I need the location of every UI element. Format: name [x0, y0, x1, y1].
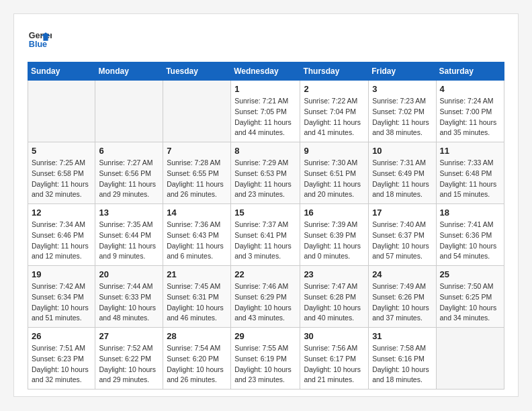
calendar-week-3: 12Sunrise: 7:34 AM Sunset: 6:46 PM Dayli… — [28, 204, 504, 266]
day-header-wednesday: Wednesday — [231, 62, 300, 81]
day-number: 4 — [440, 84, 500, 94]
day-info: Sunrise: 7:44 AM Sunset: 6:33 PM Dayligh… — [99, 281, 159, 324]
day-number: 6 — [99, 146, 159, 156]
day-info: Sunrise: 7:24 AM Sunset: 7:00 PM Dayligh… — [440, 96, 500, 138]
day-info: Sunrise: 7:23 AM Sunset: 7:02 PM Dayligh… — [372, 96, 432, 138]
day-header-friday: Friday — [369, 62, 436, 81]
day-number: 31 — [372, 331, 432, 341]
calendar-cell: 29Sunrise: 7:55 AM Sunset: 6:19 PM Dayli… — [231, 328, 300, 390]
day-info: Sunrise: 7:49 AM Sunset: 6:26 PM Dayligh… — [372, 281, 432, 324]
calendar-cell: 30Sunrise: 7:56 AM Sunset: 6:17 PM Dayli… — [300, 328, 369, 390]
day-info: Sunrise: 7:47 AM Sunset: 6:28 PM Dayligh… — [304, 281, 365, 324]
calendar-cell: 16Sunrise: 7:39 AM Sunset: 6:39 PM Dayli… — [300, 204, 369, 266]
day-info: Sunrise: 7:52 AM Sunset: 6:22 PM Dayligh… — [99, 343, 159, 385]
day-header-saturday: Saturday — [436, 62, 504, 81]
calendar-header-row: SundayMondayTuesdayWednesdayThursdayFrid… — [28, 62, 504, 81]
day-info: Sunrise: 7:42 AM Sunset: 6:34 PM Dayligh… — [32, 281, 91, 324]
calendar-cell: 6Sunrise: 7:27 AM Sunset: 6:56 PM Daylig… — [95, 142, 163, 204]
calendar-week-2: 5Sunrise: 7:25 AM Sunset: 6:58 PM Daylig… — [28, 142, 504, 204]
calendar-cell: 24Sunrise: 7:49 AM Sunset: 6:26 PM Dayli… — [369, 266, 436, 328]
day-number: 29 — [234, 331, 296, 341]
calendar-cell: 14Sunrise: 7:36 AM Sunset: 6:43 PM Dayli… — [163, 204, 231, 266]
calendar-cell: 10Sunrise: 7:31 AM Sunset: 6:49 PM Dayli… — [369, 142, 436, 204]
day-info: Sunrise: 7:40 AM Sunset: 6:37 PM Dayligh… — [372, 220, 432, 262]
calendar-cell: 13Sunrise: 7:35 AM Sunset: 6:44 PM Dayli… — [95, 204, 163, 266]
calendar-cell: 28Sunrise: 7:54 AM Sunset: 6:20 PM Dayli… — [163, 328, 231, 390]
calendar-cell — [95, 81, 163, 142]
calendar-week-1: 1Sunrise: 7:21 AM Sunset: 7:05 PM Daylig… — [28, 81, 504, 142]
day-info: Sunrise: 7:41 AM Sunset: 6:36 PM Dayligh… — [440, 220, 500, 262]
calendar-cell — [436, 328, 504, 390]
day-info: Sunrise: 7:31 AM Sunset: 6:49 PM Dayligh… — [372, 158, 432, 200]
day-number: 9 — [304, 146, 365, 156]
calendar-cell: 11Sunrise: 7:33 AM Sunset: 6:48 PM Dayli… — [436, 142, 504, 204]
day-info: Sunrise: 7:39 AM Sunset: 6:39 PM Dayligh… — [304, 220, 365, 262]
day-number: 30 — [304, 331, 365, 341]
day-number: 17 — [372, 208, 432, 218]
calendar-cell: 22Sunrise: 7:46 AM Sunset: 6:29 PM Dayli… — [231, 266, 300, 328]
day-number: 2 — [304, 84, 365, 94]
day-info: Sunrise: 7:54 AM Sunset: 6:20 PM Dayligh… — [167, 343, 227, 385]
day-info: Sunrise: 7:37 AM Sunset: 6:41 PM Dayligh… — [234, 220, 296, 262]
calendar-cell: 5Sunrise: 7:25 AM Sunset: 6:58 PM Daylig… — [28, 142, 95, 204]
calendar-cell: 9Sunrise: 7:30 AM Sunset: 6:51 PM Daylig… — [300, 142, 369, 204]
day-info: Sunrise: 7:34 AM Sunset: 6:46 PM Dayligh… — [32, 220, 91, 262]
logo-icon: General Blue — [28, 28, 52, 52]
day-number: 22 — [234, 269, 296, 279]
calendar-cell: 31Sunrise: 7:58 AM Sunset: 6:16 PM Dayli… — [369, 328, 436, 390]
day-number: 24 — [372, 269, 432, 279]
day-number: 27 — [99, 331, 159, 341]
logo: General Blue — [28, 28, 52, 52]
day-header-tuesday: Tuesday — [163, 62, 231, 81]
calendar-cell: 21Sunrise: 7:45 AM Sunset: 6:31 PM Dayli… — [163, 266, 231, 328]
day-info: Sunrise: 7:29 AM Sunset: 6:53 PM Dayligh… — [234, 158, 296, 200]
calendar-cell: 15Sunrise: 7:37 AM Sunset: 6:41 PM Dayli… — [231, 204, 300, 266]
day-number: 11 — [440, 146, 500, 156]
day-number: 5 — [32, 146, 91, 156]
day-number: 13 — [99, 208, 159, 218]
calendar-cell: 8Sunrise: 7:29 AM Sunset: 6:53 PM Daylig… — [231, 142, 300, 204]
day-info: Sunrise: 7:21 AM Sunset: 7:05 PM Dayligh… — [234, 96, 296, 138]
day-info: Sunrise: 7:50 AM Sunset: 6:25 PM Dayligh… — [440, 281, 500, 324]
calendar-cell: 19Sunrise: 7:42 AM Sunset: 6:34 PM Dayli… — [28, 266, 95, 328]
calendar-cell: 17Sunrise: 7:40 AM Sunset: 6:37 PM Dayli… — [369, 204, 436, 266]
day-number: 3 — [372, 84, 432, 94]
day-info: Sunrise: 7:30 AM Sunset: 6:51 PM Dayligh… — [304, 158, 365, 200]
calendar-cell — [163, 81, 231, 142]
day-number: 23 — [304, 269, 365, 279]
day-info: Sunrise: 7:45 AM Sunset: 6:31 PM Dayligh… — [167, 281, 227, 324]
day-info: Sunrise: 7:22 AM Sunset: 7:04 PM Dayligh… — [304, 96, 365, 138]
day-number: 16 — [304, 208, 365, 218]
calendar-cell: 1Sunrise: 7:21 AM Sunset: 7:05 PM Daylig… — [231, 81, 300, 142]
day-number: 26 — [32, 331, 91, 341]
calendar-cell: 18Sunrise: 7:41 AM Sunset: 6:36 PM Dayli… — [436, 204, 504, 266]
day-header-sunday: Sunday — [28, 62, 95, 81]
day-header-monday: Monday — [95, 62, 163, 81]
day-header-thursday: Thursday — [300, 62, 369, 81]
day-info: Sunrise: 7:51 AM Sunset: 6:23 PM Dayligh… — [32, 343, 91, 385]
calendar-cell: 23Sunrise: 7:47 AM Sunset: 6:28 PM Dayli… — [300, 266, 369, 328]
day-number: 28 — [167, 331, 227, 341]
calendar-page: General Blue SundayMondayTuesdayWednesda… — [13, 13, 519, 397]
calendar-cell: 4Sunrise: 7:24 AM Sunset: 7:00 PM Daylig… — [436, 81, 504, 142]
day-info: Sunrise: 7:55 AM Sunset: 6:19 PM Dayligh… — [234, 343, 296, 385]
calendar-week-5: 26Sunrise: 7:51 AM Sunset: 6:23 PM Dayli… — [28, 328, 504, 390]
calendar-cell: 7Sunrise: 7:28 AM Sunset: 6:55 PM Daylig… — [163, 142, 231, 204]
page-header: General Blue — [28, 28, 504, 52]
day-info: Sunrise: 7:27 AM Sunset: 6:56 PM Dayligh… — [99, 158, 159, 200]
calendar-cell: 12Sunrise: 7:34 AM Sunset: 6:46 PM Dayli… — [28, 204, 95, 266]
calendar-cell: 27Sunrise: 7:52 AM Sunset: 6:22 PM Dayli… — [95, 328, 163, 390]
day-info: Sunrise: 7:33 AM Sunset: 6:48 PM Dayligh… — [440, 158, 500, 200]
day-number: 12 — [32, 208, 91, 218]
calendar-cell: 2Sunrise: 7:22 AM Sunset: 7:04 PM Daylig… — [300, 81, 369, 142]
calendar-cell — [28, 81, 95, 142]
day-info: Sunrise: 7:25 AM Sunset: 6:58 PM Dayligh… — [32, 158, 91, 200]
calendar-week-4: 19Sunrise: 7:42 AM Sunset: 6:34 PM Dayli… — [28, 266, 504, 328]
calendar-cell: 26Sunrise: 7:51 AM Sunset: 6:23 PM Dayli… — [28, 328, 95, 390]
day-info: Sunrise: 7:46 AM Sunset: 6:29 PM Dayligh… — [234, 281, 296, 324]
day-number: 21 — [167, 269, 227, 279]
calendar-table: SundayMondayTuesdayWednesdayThursdayFrid… — [28, 62, 504, 390]
day-info: Sunrise: 7:28 AM Sunset: 6:55 PM Dayligh… — [167, 158, 227, 200]
calendar-cell: 25Sunrise: 7:50 AM Sunset: 6:25 PM Dayli… — [436, 266, 504, 328]
day-info: Sunrise: 7:56 AM Sunset: 6:17 PM Dayligh… — [304, 343, 365, 385]
